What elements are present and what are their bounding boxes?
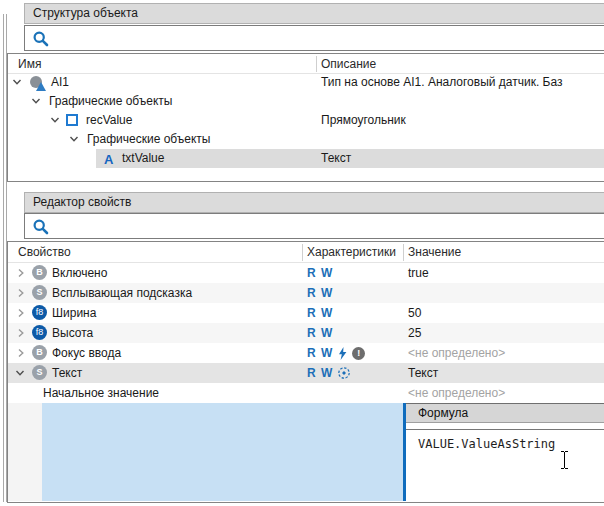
text-cursor-icon	[560, 451, 569, 469]
property-row-initial-value[interactable]: Начальное значение <не определено>	[8, 383, 604, 403]
tree-column-description[interactable]: Описание	[321, 54, 376, 74]
tree-item-label[interactable]: Графические объекты	[87, 130, 210, 149]
property-row-enabled[interactable]: B Включено R W true	[8, 263, 604, 283]
rectangle-icon	[66, 114, 78, 126]
property-name[interactable]: Фокус ввода	[52, 343, 121, 363]
property-name[interactable]: Начальное значение	[43, 383, 159, 403]
property-characteristics: R W	[307, 323, 333, 343]
tree-row-graphic-objects-2[interactable]: Графические объекты	[8, 130, 604, 149]
chevron-down-icon[interactable]	[15, 368, 25, 378]
property-characteristics: R W	[307, 283, 333, 303]
chevron-down-icon[interactable]	[31, 96, 41, 106]
property-name[interactable]: Высота	[52, 323, 93, 343]
grid-column-separator[interactable]	[302, 244, 303, 261]
type-badge-string: S	[32, 285, 47, 300]
tree-item-description: Прямоугольник	[321, 111, 406, 130]
properties-search-box[interactable]	[24, 213, 604, 239]
property-characteristics: R W !	[307, 343, 365, 363]
tree-column-name[interactable]: Имя	[18, 54, 41, 74]
event-lightning-icon	[337, 347, 348, 360]
structure-search-input[interactable]	[53, 27, 593, 49]
structure-search-box[interactable]	[24, 25, 604, 51]
chevron-down-icon[interactable]	[69, 134, 79, 144]
property-row-width[interactable]: f8 Ширина R W 50	[8, 303, 604, 323]
properties-panel-title: Редактор свойств	[33, 195, 131, 209]
properties-search-input[interactable]	[53, 215, 593, 237]
chevron-right-icon[interactable]	[16, 268, 26, 278]
tree-item-label[interactable]: recValue	[86, 111, 132, 130]
property-value[interactable]: 50	[408, 303, 421, 323]
object-type-icon	[30, 75, 45, 90]
property-value[interactable]: Текст	[408, 363, 438, 383]
tree-row-txtvalue[interactable]: A txtValue Текст	[8, 149, 604, 168]
chevron-right-icon[interactable]	[16, 328, 26, 338]
grid-left-gutter	[8, 403, 42, 501]
formula-section-header: Формула	[406, 403, 604, 423]
rw-flags: R W	[307, 343, 333, 363]
property-characteristics: R W	[307, 263, 333, 283]
property-row-tooltip[interactable]: S Всплывающая подсказка R W	[8, 283, 604, 303]
dock-edge-line	[3, 14, 4, 502]
property-name[interactable]: Всплывающая подсказка	[52, 283, 192, 303]
tree-item-label[interactable]: txtValue	[122, 149, 164, 168]
property-name[interactable]: Ширина	[52, 303, 96, 323]
type-badge-float: f8	[32, 305, 47, 320]
tree-item-label[interactable]: AI1	[51, 73, 69, 92]
property-characteristics: R W	[307, 363, 351, 383]
tree-column-separator[interactable]	[316, 56, 317, 72]
value-edit-highlight-panel	[42, 403, 403, 501]
structure-panel-titlebar: Структура объекта	[24, 3, 604, 24]
property-row-height[interactable]: f8 Высота R W 25	[8, 323, 604, 343]
chevron-down-icon[interactable]	[12, 77, 22, 87]
property-value[interactable]: 25	[408, 323, 421, 343]
grid-column-property[interactable]: Свойство	[18, 242, 71, 263]
structure-panel-title: Структура объекта	[33, 6, 138, 20]
chevron-right-icon[interactable]	[16, 288, 26, 298]
tree-item-label[interactable]: Графические объекты	[49, 92, 172, 111]
type-badge-bool: B	[32, 265, 47, 280]
search-icon	[32, 30, 50, 48]
binding-target-icon	[337, 366, 351, 380]
tree-row-ai1[interactable]: AI1 Тип на основе AI1. Аналоговый датчик…	[8, 73, 604, 92]
property-value[interactable]: true	[408, 263, 429, 283]
grid-column-value[interactable]: Значение	[408, 242, 461, 263]
property-row-text[interactable]: S Текст R W Текст	[8, 363, 604, 383]
property-name[interactable]: Включено	[52, 263, 107, 283]
formula-code-text[interactable]: VALUE.ValueAsString	[418, 437, 555, 451]
chevron-right-icon[interactable]	[16, 348, 26, 358]
object-structure-tree: Имя Описание AI1 Тип на основе AI1. Анал…	[7, 53, 604, 182]
property-name[interactable]: Текст	[52, 363, 82, 383]
type-badge-float: f8	[32, 325, 47, 340]
property-grid: Свойство Характеристики Значение B Включ…	[7, 241, 604, 503]
grid-column-characteristics[interactable]: Характеристики	[307, 242, 396, 263]
grid-column-separator[interactable]	[403, 244, 404, 261]
property-value[interactable]: <не определено>	[408, 383, 505, 403]
tree-row-recvalue[interactable]: recValue Прямоугольник	[8, 111, 604, 130]
tree-row-graphic-objects[interactable]: Графические объекты	[8, 92, 604, 111]
property-value[interactable]: <не определено>	[408, 343, 505, 363]
tree-item-description: Тип на основе AI1. Аналоговый датчик. Ба…	[321, 73, 563, 92]
type-badge-string: S	[32, 365, 47, 380]
type-badge-bool: B	[32, 345, 47, 360]
search-icon	[32, 218, 50, 236]
warning-icon: !	[352, 347, 365, 360]
rw-flags: R W	[307, 363, 333, 383]
text-icon: A	[104, 150, 113, 169]
property-characteristics: R W	[307, 303, 333, 323]
properties-panel-titlebar: Редактор свойств	[24, 192, 604, 213]
chevron-right-icon[interactable]	[16, 308, 26, 318]
formula-editor[interactable]: VALUE.ValueAsString	[406, 429, 604, 502]
chevron-down-icon[interactable]	[50, 115, 60, 125]
property-row-input-focus[interactable]: B Фокус ввода R W ! <не определено>	[8, 343, 604, 363]
formula-header-label: Формула	[418, 406, 468, 420]
tree-item-description: Текст	[321, 149, 351, 168]
